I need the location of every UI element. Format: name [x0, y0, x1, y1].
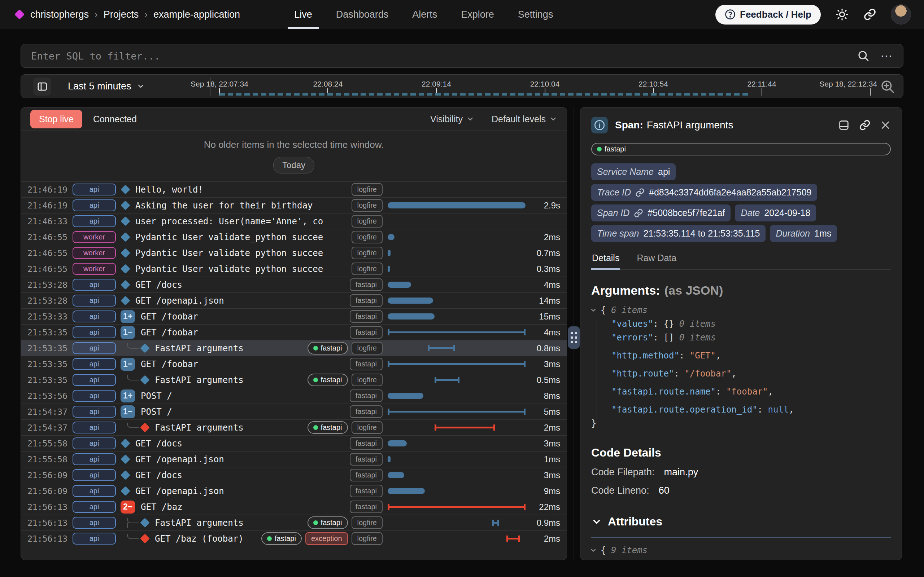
- child-count-badge[interactable]: 1+: [121, 310, 135, 323]
- metadata-badge-span-id[interactable]: Span ID#5008bce5f7fe21af: [591, 205, 730, 221]
- scope-pill[interactable]: logfire: [352, 532, 383, 545]
- service-tag-pill[interactable]: api: [73, 437, 116, 449]
- stop-live-button[interactable]: Stop live: [30, 110, 82, 128]
- scope-pill[interactable]: fastapi: [350, 469, 383, 482]
- sidebar-toggle-icon[interactable]: [33, 77, 51, 95]
- metadata-badge-trace-id[interactable]: Trace ID#d834c3374dd6fa2e4aa82a55ab21750…: [591, 184, 817, 201]
- service-tag-pill[interactable]: api: [73, 184, 116, 195]
- scope-pill[interactable]: fastapi: [350, 326, 383, 338]
- scope-pill[interactable]: logfire: [352, 183, 383, 196]
- scope-pill[interactable]: logfire: [352, 231, 383, 243]
- log-row[interactable]: 21:55:58apiGET /docsfastapi3ms: [21, 435, 567, 451]
- today-button[interactable]: Today: [273, 157, 314, 174]
- scope-pill[interactable]: fastapi: [350, 485, 383, 497]
- service-scope-pill[interactable]: fastapi: [591, 143, 891, 155]
- log-row[interactable]: 21:53:35api1−GET /foobarfastapi3ms: [21, 356, 567, 372]
- service-tag-pill[interactable]: api: [73, 469, 116, 481]
- link-icon[interactable]: [635, 188, 645, 197]
- breadcrumb-projects[interactable]: Projects: [103, 9, 139, 20]
- scope-pill[interactable]: fastapi: [350, 390, 383, 402]
- more-options-icon[interactable]: ⋯: [880, 52, 894, 60]
- log-row[interactable]: 21:56:09apiGET /docsfastapi3ms: [21, 467, 567, 483]
- nav-item-live[interactable]: Live: [294, 0, 312, 29]
- service-tag-pill[interactable]: api: [73, 485, 116, 497]
- log-row[interactable]: 21:56:13api2−GET /bazfastapi22ms: [21, 499, 567, 515]
- log-row[interactable]: 21:56:13apiGET /baz (foobar)fastapiexcep…: [21, 530, 567, 546]
- service-tag-pill[interactable]: api: [73, 311, 116, 322]
- service-tag-pill[interactable]: api: [73, 374, 116, 386]
- child-count-badge[interactable]: 1+: [121, 390, 135, 403]
- log-row[interactable]: 21:53:28apiGET /docsfastapi4ms: [21, 277, 567, 292]
- scope-pill[interactable]: fastapi: [350, 453, 383, 466]
- log-row[interactable]: 21:46:55workerPydantic User validate_pyt…: [21, 261, 567, 277]
- timeline-track[interactable]: Sep 18, 22:07:3422:08:2422:09:1422:10:04…: [220, 75, 870, 98]
- nav-item-explore[interactable]: Explore: [461, 0, 494, 29]
- scope-pill[interactable]: logfire: [352, 374, 383, 386]
- attributes-section-toggle[interactable]: Attributes: [591, 515, 891, 528]
- scope-pill[interactable]: fastapi: [350, 279, 383, 291]
- service-tag-pill[interactable]: api: [73, 517, 116, 529]
- theme-toggle-icon[interactable]: [835, 8, 849, 21]
- log-row[interactable]: 21:46:55workerPydantic User validate_pyt…: [21, 229, 567, 245]
- tab-raw-data[interactable]: Raw Data: [636, 253, 677, 269]
- default-levels-dropdown[interactable]: Default levels: [492, 114, 557, 124]
- scope-pill[interactable]: fastapi: [350, 437, 383, 450]
- exception-pill[interactable]: exception: [305, 532, 348, 545]
- scope-pill[interactable]: fastapi: [350, 501, 383, 513]
- scope-pill[interactable]: logfire: [352, 342, 383, 355]
- zoom-in-icon[interactable]: [880, 79, 895, 94]
- time-range-dropdown[interactable]: Last 5 minutes: [68, 75, 145, 98]
- scope-pill[interactable]: fastapi: [350, 310, 383, 323]
- log-row[interactable]: 21:55:58apiGET /openapi.jsonfastapi1ms: [21, 451, 567, 467]
- log-row[interactable]: 21:53:35apiFastAPI argumentsfastapilogfi…: [21, 340, 567, 356]
- scope-pill[interactable]: logfire: [352, 263, 383, 275]
- service-tag-pill[interactable]: worker: [73, 263, 116, 275]
- log-row[interactable]: 21:53:35apiFastAPI argumentsfastapilogfi…: [21, 372, 567, 388]
- nav-item-settings[interactable]: Settings: [518, 0, 553, 29]
- panel-layout-icon[interactable]: [838, 119, 850, 131]
- service-tag-pill[interactable]: api: [73, 501, 116, 513]
- link-icon[interactable]: [634, 208, 643, 218]
- service-tag-pill[interactable]: worker: [73, 247, 116, 259]
- feedback-help-button[interactable]: Feedback / Help: [716, 5, 821, 24]
- scope-pill[interactable]: fastapi: [350, 358, 383, 371]
- service-tag-pill[interactable]: api: [73, 342, 116, 354]
- close-icon[interactable]: [880, 120, 891, 131]
- user-avatar[interactable]: [891, 4, 911, 24]
- nav-item-alerts[interactable]: Alerts: [412, 0, 437, 29]
- logfire-logo-icon[interactable]: [15, 10, 24, 19]
- service-tag-pill[interactable]: api: [73, 406, 116, 417]
- log-row[interactable]: 21:53:56api1+POST /fastapi8ms: [21, 388, 567, 403]
- nav-item-dashboards[interactable]: Dashboards: [336, 0, 389, 29]
- scope-pill[interactable]: logfire: [352, 421, 383, 434]
- share-link-icon[interactable]: [863, 8, 876, 21]
- log-row[interactable]: 21:53:35api1−GET /foobarfastapi4ms: [21, 324, 567, 340]
- service-tag-pill[interactable]: api: [73, 326, 116, 338]
- instrumentation-pill[interactable]: fastapi: [307, 374, 348, 386]
- panel-resize-handle[interactable]: [568, 326, 580, 349]
- scope-pill[interactable]: fastapi: [350, 294, 383, 307]
- log-row[interactable]: 21:46:19apiAsking the user for their bir…: [21, 197, 567, 213]
- child-count-badge[interactable]: 1−: [121, 326, 135, 339]
- log-row[interactable]: 21:46:19apiHello, world!logfire: [21, 181, 567, 197]
- collapse-caret-icon[interactable]: [590, 306, 597, 314]
- child-count-badge[interactable]: 1−: [121, 405, 135, 418]
- instrumentation-pill[interactable]: fastapi: [307, 516, 348, 529]
- child-count-badge[interactable]: 2−: [121, 501, 135, 514]
- scope-pill[interactable]: logfire: [352, 516, 383, 529]
- service-tag-pill[interactable]: api: [73, 453, 116, 465]
- service-tag-pill[interactable]: api: [73, 390, 116, 402]
- instrumentation-pill[interactable]: fastapi: [261, 532, 302, 545]
- log-row[interactable]: 21:53:28apiGET /openapi.jsonfastapi14ms: [21, 292, 567, 308]
- breadcrumb-project-name[interactable]: example-application: [153, 9, 240, 20]
- scope-pill[interactable]: logfire: [352, 247, 383, 259]
- collapse-caret-icon[interactable]: [590, 547, 597, 554]
- child-count-badge[interactable]: 1−: [121, 358, 135, 371]
- scope-pill[interactable]: fastapi: [350, 405, 383, 418]
- service-tag-pill[interactable]: worker: [73, 231, 116, 243]
- sql-filter-input[interactable]: [30, 50, 857, 62]
- log-row[interactable]: 21:54:37apiFastAPI argumentsfastapilogfi…: [21, 419, 567, 435]
- visibility-dropdown[interactable]: Visibility: [430, 114, 474, 124]
- instrumentation-pill[interactable]: fastapi: [307, 342, 348, 355]
- log-row[interactable]: 21:46:33apiuser processed: User(name='An…: [21, 213, 567, 229]
